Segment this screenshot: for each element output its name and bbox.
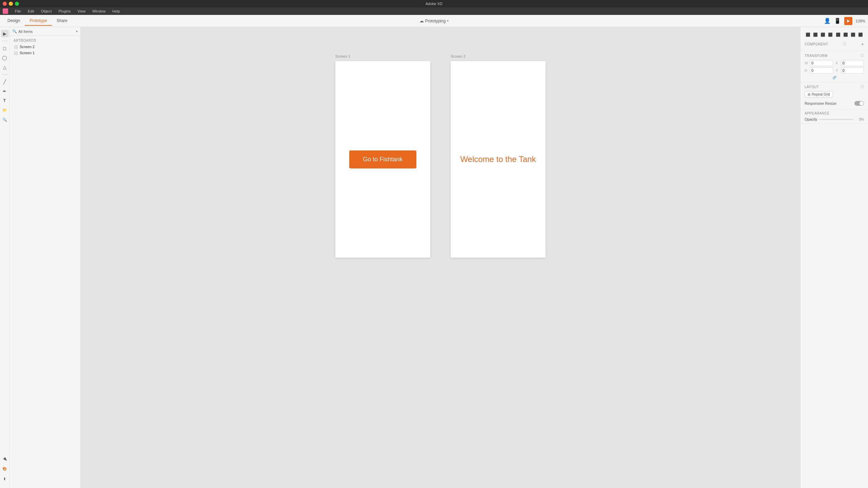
ui-kit-icon[interactable]: 🎨 bbox=[1, 465, 8, 472]
left-toolbar: ▶ ◻ ◯ △ ╱ ✒ T 📁 🔍 🔌 🎨 ⬆ bbox=[0, 27, 9, 488]
menu-edit[interactable]: Edit bbox=[25, 8, 37, 14]
text-tool[interactable]: T bbox=[1, 97, 8, 104]
transform-row-1: W X bbox=[805, 60, 864, 66]
responsive-resize-toggle[interactable] bbox=[854, 101, 864, 106]
menu-help[interactable]: Help bbox=[110, 8, 123, 14]
menu-window[interactable]: Window bbox=[90, 8, 108, 14]
tabsbar-right: 👤 📱 ▶ 128% bbox=[824, 17, 865, 25]
left-panel: 🔍 ▾ ARTBOARDS ⬜ Screen 2 ⬜ Screen 1 bbox=[9, 27, 81, 488]
artboard-name-screen1: Screen 1 bbox=[20, 51, 35, 55]
component-label: COMPONENT bbox=[805, 42, 828, 46]
transform-x-input[interactable] bbox=[841, 60, 864, 66]
artboard-label-screen1: Screen 1 bbox=[335, 54, 350, 58]
align-icons-row: ⬛ ⬛ ⬛ ⬛ ⬛ ⬛ ⬛ ⬛ bbox=[801, 30, 868, 39]
transform-w-input[interactable] bbox=[810, 60, 833, 66]
opacity-label: Opacity bbox=[805, 117, 817, 121]
layout-info-icon[interactable]: ⓘ bbox=[861, 84, 864, 89]
assets-tool[interactable]: 📁 bbox=[1, 106, 8, 114]
appearance-section-header: APPEARANCE bbox=[805, 111, 864, 115]
search-tool[interactable]: 🔍 bbox=[1, 116, 8, 123]
transform-y-field: Y bbox=[836, 67, 864, 74]
menu-object[interactable]: Object bbox=[38, 8, 55, 14]
layout-label: LAYOUT bbox=[805, 85, 819, 89]
align-left-icon[interactable]: ⬛ bbox=[805, 31, 811, 38]
search-chevron-icon[interactable]: ▾ bbox=[76, 29, 78, 33]
align-center-v-icon[interactable]: ⬛ bbox=[835, 31, 841, 38]
menu-file[interactable]: File bbox=[12, 8, 24, 14]
appearance-section: APPEARANCE Opacity 0% bbox=[801, 109, 868, 124]
artboard-name-screen2: Screen 2 bbox=[20, 45, 35, 49]
opacity-slider[interactable] bbox=[819, 119, 853, 120]
transform-h-input[interactable] bbox=[810, 67, 833, 74]
minimize-button[interactable] bbox=[9, 2, 13, 6]
toolbar-separator-2 bbox=[2, 74, 8, 75]
maximize-button[interactable] bbox=[15, 2, 19, 6]
opacity-value: 0% bbox=[855, 118, 864, 121]
zoom-label[interactable]: 128% bbox=[856, 19, 865, 23]
layout-section: LAYOUT ⓘ ⊞ Repeat Grid Responsive Resize bbox=[801, 82, 868, 109]
repeat-grid-button[interactable]: ⊞ Repeat Grid bbox=[805, 91, 833, 98]
component-section-header: COMPONENT ⓘ + bbox=[805, 41, 864, 47]
line-tool[interactable]: ╱ bbox=[1, 78, 8, 85]
select-tool[interactable]: ▶ bbox=[1, 30, 8, 37]
dropdown-arrow-icon[interactable]: ▾ bbox=[447, 19, 449, 23]
tab-design[interactable]: Design bbox=[3, 16, 25, 26]
transform-section-header: TRANSFORM ⓘ bbox=[805, 53, 864, 58]
triangle-tool[interactable]: △ bbox=[1, 63, 8, 71]
layout-section-header: LAYOUT ⓘ bbox=[805, 84, 864, 89]
artboard-screen2[interactable]: Welcome to the Tank bbox=[451, 61, 546, 258]
canvas: Screen 1 Go to Fishtank Screen 2 Welcome… bbox=[81, 27, 800, 488]
device-icon[interactable]: 📱 bbox=[834, 18, 841, 24]
search-input[interactable] bbox=[18, 29, 75, 34]
transform-x-field: X bbox=[836, 60, 864, 66]
prototyping-label[interactable]: Prototyping bbox=[425, 19, 446, 23]
artboard-item-screen1[interactable]: ⬜ Screen 1 bbox=[9, 50, 80, 56]
tab-share[interactable]: Share bbox=[52, 16, 72, 26]
transform-info-icon[interactable]: ⓘ bbox=[861, 53, 864, 58]
menu-plugins[interactable]: Plugins bbox=[56, 8, 74, 14]
artboards-section: ARTBOARDS ⬜ Screen 2 ⬜ Screen 1 bbox=[9, 36, 80, 58]
tab-prototype[interactable]: Prototype bbox=[25, 16, 52, 26]
artboard-screen1[interactable]: Go to Fishtank bbox=[335, 61, 430, 258]
align-bottom-icon[interactable]: ⬛ bbox=[842, 31, 849, 38]
distribute-v-icon[interactable]: ⬛ bbox=[857, 31, 864, 38]
opacity-row: Opacity 0% bbox=[805, 117, 864, 121]
align-right-icon[interactable]: ⬛ bbox=[820, 31, 826, 38]
transform-w-field: W bbox=[805, 60, 833, 66]
distribute-h-icon[interactable]: ⬛ bbox=[850, 31, 856, 38]
share-icon[interactable]: ⬆ bbox=[1, 475, 8, 483]
transform-y-input[interactable] bbox=[841, 67, 864, 74]
user-icon[interactable]: 👤 bbox=[824, 18, 831, 24]
component-info-icon[interactable]: ⓘ bbox=[843, 42, 846, 46]
transform-row-2: H Y bbox=[805, 67, 864, 74]
transform-x-label: X bbox=[836, 61, 840, 65]
artboard-label-screen2: Screen 2 bbox=[451, 54, 466, 58]
menu-view[interactable]: View bbox=[75, 8, 88, 14]
artboard-container-screen1: Screen 1 Go to Fishtank bbox=[335, 54, 430, 258]
rectangle-tool[interactable]: ◻ bbox=[1, 44, 8, 52]
plugins-icon[interactable]: 🔌 bbox=[1, 455, 8, 462]
component-add-icon[interactable]: + bbox=[861, 41, 864, 47]
search-bar: 🔍 ▾ bbox=[9, 27, 80, 36]
ellipse-tool[interactable]: ◯ bbox=[1, 54, 8, 61]
window-controls[interactable] bbox=[3, 2, 19, 6]
transform-label: TRANSFORM bbox=[805, 54, 828, 58]
responsive-resize-label: Responsive Resize bbox=[805, 101, 836, 105]
artboard-icon-screen2: ⬜ bbox=[14, 45, 18, 49]
align-center-h-icon[interactable]: ⬛ bbox=[812, 31, 818, 38]
appearance-label: APPEARANCE bbox=[805, 111, 829, 115]
artboard-item-screen2[interactable]: ⬜ Screen 2 bbox=[9, 44, 80, 50]
align-top-icon[interactable]: ⬛ bbox=[827, 31, 834, 38]
artboards-label: ARTBOARDS bbox=[9, 38, 80, 44]
play-button[interactable]: ▶ bbox=[844, 17, 852, 25]
go-to-fishtank-button[interactable]: Go to Fishtank bbox=[349, 150, 416, 168]
transform-y-label: Y bbox=[836, 69, 840, 73]
lock-ratio-icon[interactable]: 🔗 bbox=[832, 76, 836, 79]
transform-w-label: W bbox=[805, 61, 809, 65]
search-icon: 🔍 bbox=[12, 29, 17, 34]
artboard-icon-screen1: ⬜ bbox=[14, 51, 18, 55]
close-button[interactable] bbox=[3, 2, 7, 6]
window-title: Adobe XD bbox=[426, 2, 442, 6]
pen-tool[interactable]: ✒ bbox=[1, 87, 8, 95]
toolbar-separator-1 bbox=[2, 41, 8, 41]
